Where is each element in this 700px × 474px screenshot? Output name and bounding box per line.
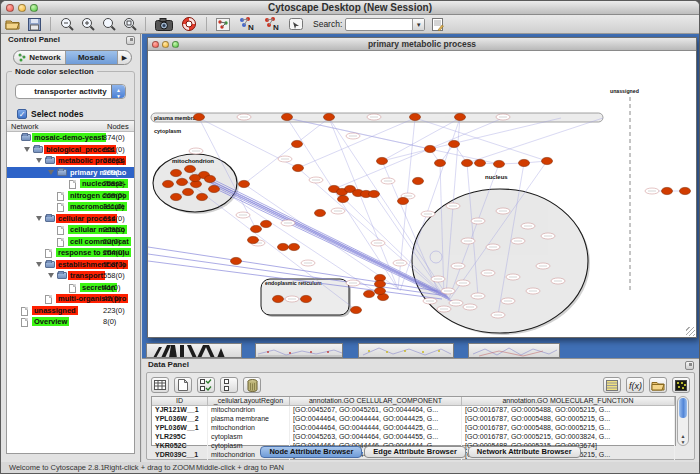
destroy-view-icon[interactable]: N (259, 16, 284, 33)
control-panel-title: Control Panel (8, 35, 60, 44)
tree-row-establishment-of-lo[interactable]: establishment of lo558(0) (7, 259, 134, 271)
status-zoom-hint: Right-click + drag to ZOOM (104, 463, 195, 472)
tree-row-multi-organism-pro[interactable]: multi-organism pro42(0) (7, 293, 134, 305)
attribute-editor-icon[interactable] (603, 377, 621, 393)
gene-node (273, 295, 284, 302)
tree-row-response-to-stimulu[interactable]: response to stimulu264(0) (7, 247, 134, 259)
table-scrollbar[interactable]: ▲▼ (677, 396, 689, 446)
network-edge (329, 118, 448, 297)
tree-row-cellular-metabo[interactable]: cellular metabo209(0) (7, 224, 134, 236)
expander-icon[interactable] (36, 158, 42, 163)
search-dropdown-icon[interactable]: ▼ (412, 19, 424, 30)
tree-row-macromolecule[interactable]: macromolecule311(0) (7, 201, 134, 213)
cell: YJR121W__1 (152, 406, 208, 415)
network-import-icon[interactable] (212, 16, 234, 33)
delete-attribute-icon[interactable] (243, 377, 261, 393)
tab-label: Mosaic (78, 53, 105, 62)
column-header-0[interactable]: ID (152, 397, 208, 405)
cell: [GO:0045263, GO:0044464, GO:0044455, G..… (290, 433, 462, 442)
gene-node (282, 113, 293, 120)
select-nodes-checkbox[interactable]: ✓ (17, 109, 27, 119)
tree-row-count: 874(0) (103, 133, 125, 142)
column-header-3[interactable]: annotation.GO MOLECULAR_FUNCTION (462, 397, 675, 405)
tab-network[interactable]: Network (14, 51, 66, 64)
save-icon[interactable] (23, 16, 45, 33)
column-header-1[interactable]: _cellularLayoutRegion (208, 397, 290, 405)
attribute-table[interactable]: ID_cellularLayoutRegionannotation.GO CEL… (151, 396, 676, 446)
tree-row-count: 280(0) (103, 156, 125, 165)
gene-node (197, 193, 208, 200)
tree-row-transport[interactable]: transport558(0) (7, 270, 134, 282)
tree-row-overview[interactable]: Overview8(0) (7, 316, 134, 328)
gene-node (194, 113, 205, 120)
table-row[interactable]: YPL036W__1mitochondrion[GO:0044464, GO:0… (152, 424, 675, 433)
zoom-in-icon[interactable] (77, 16, 98, 33)
table-row[interactable]: YJR121W__1mitochondrion[GO:0045267, GO:0… (152, 406, 675, 415)
new-attribute-icon[interactable] (174, 377, 192, 393)
gene-node (410, 113, 421, 120)
search-input[interactable]: ▼ (345, 18, 425, 31)
expander-icon[interactable] (36, 216, 42, 221)
tree-row-primary-metabo[interactable]: primary metabo209(... (7, 167, 134, 179)
function-builder-icon[interactable]: f(x) (626, 377, 644, 393)
scrollbar-arrows-icon[interactable]: ▲▼ (678, 433, 688, 445)
tree-row-cellular-process[interactable]: cellular process614(0) (7, 213, 134, 225)
expander-icon[interactable] (48, 273, 54, 278)
background-window[interactable] (255, 343, 343, 358)
view-resize-grip[interactable] (686, 327, 695, 336)
table-row[interactable]: YLR295Ccytoplasm[GO:0045263, GO:0044464,… (152, 433, 675, 442)
table-icon[interactable] (151, 377, 169, 393)
open-file-icon[interactable] (1, 16, 23, 33)
tree-row-nucleobase-[interactable]: nucleobase-209(0) (7, 178, 134, 190)
region-label: nucleus (485, 174, 508, 180)
expander-icon[interactable] (24, 147, 30, 152)
snapshot-icon[interactable] (151, 16, 177, 33)
zoom-out-icon[interactable] (56, 16, 77, 33)
select-columns-icon[interactable] (197, 377, 215, 393)
help-icon[interactable] (177, 16, 201, 33)
annotation-icon[interactable] (284, 16, 307, 33)
gene-node (425, 145, 436, 152)
zoom-selected-icon[interactable] (98, 16, 119, 33)
expander-icon[interactable] (36, 262, 42, 267)
cell: YLR295C (152, 433, 208, 442)
column-header-2[interactable]: annotation.GO CELLULAR_COMPONENT (290, 397, 462, 405)
table-row[interactable]: YPL036W__2plasma membrane[GO:0044464, GO… (152, 415, 675, 424)
tree-row-secretion[interactable]: secretion41(0) (7, 282, 134, 294)
region-label: unassigned (610, 88, 639, 94)
expander-icon[interactable] (48, 170, 54, 175)
float-data-panel-icon[interactable] (685, 361, 694, 370)
tree-row-metabolic-process[interactable]: metabolic process280(0) (7, 155, 134, 167)
background-window[interactable] (146, 343, 242, 358)
gene-node (462, 159, 473, 166)
unselect-columns-icon[interactable] (220, 377, 238, 393)
zoom-fit-icon[interactable] (119, 16, 140, 33)
gene-node (209, 185, 220, 192)
tree-row-biological-process[interactable]: biological_process651(0) (7, 144, 134, 156)
import-attributes-icon[interactable] (649, 377, 667, 393)
tree-row-unassigned[interactable]: unassigned223(0) (7, 305, 134, 317)
tree-row-nitrogen-compo[interactable]: nitrogen compo209(0) (7, 190, 134, 202)
tab-edge-attribute-browser[interactable]: Edge Attribute Browser (364, 446, 465, 458)
tab-mosaic[interactable]: Mosaic (66, 51, 118, 64)
tabs-overflow-icon[interactable]: ▶ (118, 51, 131, 64)
background-window[interactable] (468, 343, 560, 358)
create-view-icon[interactable]: N (234, 16, 259, 33)
tree-row-mosaic-demo-yeast[interactable]: mosaic-demo-yeast874(0) (7, 132, 134, 144)
float-panel-icon[interactable] (126, 36, 135, 45)
attribute-dropdown[interactable]: transporter activity ▲▼ (15, 84, 126, 99)
gene-node (377, 157, 388, 164)
tab-node-attribute-browser[interactable]: Node Attribute Browser (260, 446, 362, 458)
network-view-titlebar[interactable]: primary metabolic process (148, 38, 696, 51)
scrollbar-thumb[interactable] (679, 398, 687, 418)
dropdown-stepper-icon[interactable]: ▲▼ (111, 85, 125, 98)
tab-network-attribute-browser[interactable]: Network Attribute Browser (468, 446, 581, 458)
gene-node (185, 165, 196, 172)
network-canvas[interactable]: plasma membranecytoplasmmitochondrionnuc… (148, 51, 696, 337)
tree-row-cell-communicat[interactable]: cell communicat22(0) (7, 236, 134, 248)
search-config-icon[interactable] (425, 16, 449, 33)
matrix-icon[interactable] (672, 377, 690, 393)
gene-node (171, 193, 182, 200)
background-window[interactable] (358, 343, 454, 358)
app-window: Cytoscape Desktop (New Session) (0, 0, 700, 474)
